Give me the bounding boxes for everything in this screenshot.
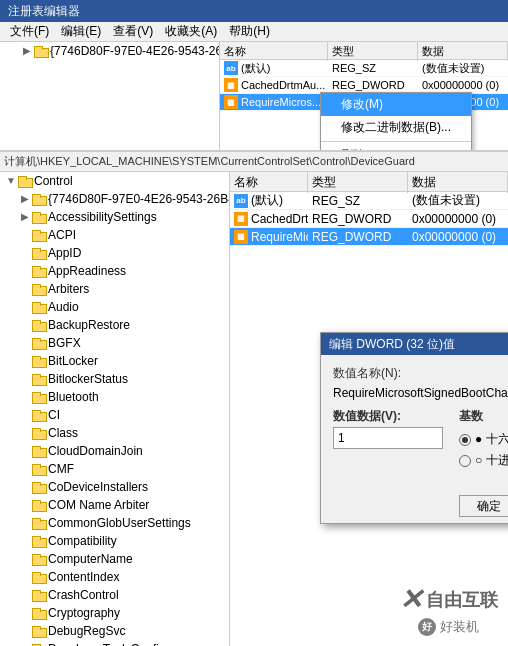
path-label: 计算机\HKEY_LOCAL_MACHINE\SYSTEM\CurrentCon… bbox=[4, 154, 415, 169]
top-reg-row-default[interactable]: ab (默认) REG_SZ (数值未设置) bbox=[220, 60, 508, 77]
tree-label: CMF bbox=[48, 462, 74, 476]
tree-item-commonglobuser[interactable]: CommonGlobUserSettings bbox=[0, 514, 229, 532]
folder-icon bbox=[32, 211, 46, 223]
dialog-base-label: 基数 bbox=[459, 408, 508, 425]
folder-icon bbox=[32, 481, 46, 493]
title-text: 注册表编辑器 bbox=[8, 3, 80, 20]
top-col-data: 数据 bbox=[418, 42, 508, 61]
tree-item-ci[interactable]: CI bbox=[0, 406, 229, 424]
menu-file[interactable]: 文件(F) bbox=[4, 23, 55, 40]
radio-hex[interactable]: ● 十六进制(H) bbox=[459, 431, 508, 448]
tree-item-guid[interactable]: ▶ {7746D80F-97E0-4E26-9543-26B41FC22F79} bbox=[0, 190, 229, 208]
folder-icon bbox=[32, 463, 46, 475]
tree-item-acpi[interactable]: ACPI bbox=[0, 226, 229, 244]
menu-view[interactable]: 查看(V) bbox=[107, 23, 159, 40]
menu-favorites[interactable]: 收藏夹(A) bbox=[159, 23, 223, 40]
tree-label: ContentIndex bbox=[48, 570, 119, 584]
tree-item-computername[interactable]: ComputerName bbox=[0, 550, 229, 568]
dialog-title: 编辑 DWORD (32 位)值 bbox=[321, 333, 508, 355]
tree-item-contentindex[interactable]: ContentIndex bbox=[0, 568, 229, 586]
tree-label: CI bbox=[48, 408, 60, 422]
top-cell-data-1: 0x00000000 (0) bbox=[418, 77, 508, 93]
tree-item-appreadiness[interactable]: AppReadiness bbox=[0, 262, 229, 280]
tree-item-class[interactable]: Class bbox=[0, 424, 229, 442]
menu-help[interactable]: 帮助(H) bbox=[223, 23, 276, 40]
top-cell-name-1: ▦ CachedDrtmAu... bbox=[220, 77, 328, 93]
tree-item-audio[interactable]: Audio bbox=[0, 298, 229, 316]
menu-edit[interactable]: 编辑(E) bbox=[55, 23, 107, 40]
expand-icon[interactable]: ▶ bbox=[18, 192, 32, 206]
tree-item-devtoolsconfig[interactable]: DeveloperToolsConfig bbox=[0, 640, 229, 646]
tree-item-cmf[interactable]: CMF bbox=[0, 460, 229, 478]
dialog-data-input[interactable] bbox=[333, 427, 443, 449]
folder-icon bbox=[32, 193, 46, 205]
folder-icon bbox=[32, 535, 46, 547]
top-tree-guid[interactable]: ▶ {7746D80F-97E0-4E26-9543-26B41FC22F79} bbox=[0, 42, 219, 60]
dialog-footer: 确定 取消 bbox=[321, 489, 508, 523]
tree-label: AppID bbox=[48, 246, 81, 260]
ab-icon-0: ab bbox=[224, 61, 238, 75]
tree-label: Compatibility bbox=[48, 534, 117, 548]
dialog-ok-button[interactable]: 确定 bbox=[459, 495, 508, 517]
ctx-item-modify[interactable]: 修改(M) bbox=[321, 93, 471, 116]
radio-hex-label: ● 十六进制(H) bbox=[475, 431, 508, 448]
tree-label: ACPI bbox=[48, 228, 76, 242]
context-menu: 修改(M) 修改二进制数据(B)... 删除(D) 重命名(R) bbox=[320, 92, 472, 152]
tree-item-bgfx[interactable]: BGFX bbox=[0, 334, 229, 352]
folder-icon bbox=[32, 499, 46, 511]
tree-item-accessibility[interactable]: ▶ AccessibilitySettings bbox=[0, 208, 229, 226]
tree-label: DebugRegSvc bbox=[48, 624, 125, 638]
dword-dialog: 编辑 DWORD (32 位)值 数值名称(N): RequireMicroso… bbox=[320, 332, 508, 524]
tree-label: AppReadiness bbox=[48, 264, 126, 278]
expand-icon[interactable]: ▼ bbox=[4, 174, 18, 188]
tree-item-appid[interactable]: AppID bbox=[0, 244, 229, 262]
folder-icon bbox=[32, 247, 46, 259]
radio-dec-label: ○ 十进制(D) bbox=[475, 452, 508, 469]
folder-icon bbox=[32, 445, 46, 457]
tree-item-bitlockerstatus[interactable]: BitlockerStatus bbox=[0, 370, 229, 388]
right-panel: 名称 类型 数据 ab (默认) REG_SZ (数值未设置) ▦ Cached… bbox=[230, 172, 508, 646]
expand-icon[interactable]: ▶ bbox=[18, 210, 32, 224]
ctx-item-delete[interactable]: 删除(D) bbox=[321, 144, 471, 152]
main-content: ▼ Control ▶ {7746D80F-97E0-4E26-9543-26B… bbox=[0, 172, 508, 646]
tree-item-crashcontrol[interactable]: CrashControl bbox=[0, 586, 229, 604]
folder-icon bbox=[32, 589, 46, 601]
tree-label: ComputerName bbox=[48, 552, 133, 566]
tree-label: CloudDomainJoin bbox=[48, 444, 143, 458]
tree-label: CommonGlobUserSettings bbox=[48, 516, 191, 530]
folder-icon bbox=[32, 517, 46, 529]
folder-icon bbox=[32, 625, 46, 637]
radio-dec-circle bbox=[459, 455, 471, 467]
tree-item-control[interactable]: ▼ Control bbox=[0, 172, 229, 190]
top-mini-right: 名称 类型 数据 ab (默认) REG_SZ (数值未设置) ▦ Cached… bbox=[220, 42, 508, 150]
tree-item-comname[interactable]: COM Name Arbiter bbox=[0, 496, 229, 514]
dialog-name-value: RequireMicrosoftSignedBootChain bbox=[333, 386, 508, 400]
tree-item-compatibility[interactable]: Compatibility bbox=[0, 532, 229, 550]
tree-item-debugregsvc[interactable]: DebugRegSvc bbox=[0, 622, 229, 640]
tree-label: BackupRestore bbox=[48, 318, 130, 332]
tree-item-arbiters[interactable]: Arbiters bbox=[0, 280, 229, 298]
folder-icon bbox=[34, 45, 48, 57]
left-panel: ▼ Control ▶ {7746D80F-97E0-4E26-9543-26B… bbox=[0, 172, 230, 646]
tree-label: Class bbox=[48, 426, 78, 440]
tree-item-backuprestore[interactable]: BackupRestore bbox=[0, 316, 229, 334]
tree-item-cryptography[interactable]: Cryptography bbox=[0, 604, 229, 622]
tree-label: Arbiters bbox=[48, 282, 89, 296]
folder-icon bbox=[32, 301, 46, 313]
top-mini-header: 名称 类型 数据 bbox=[220, 42, 508, 60]
radio-dec[interactable]: ○ 十进制(D) bbox=[459, 452, 508, 469]
folder-icon bbox=[32, 553, 46, 565]
tree-label: BGFX bbox=[48, 336, 81, 350]
tree-item-codeviceinstallers[interactable]: CoDeviceInstallers bbox=[0, 478, 229, 496]
folder-icon bbox=[32, 571, 46, 583]
tree-item-bitlocker[interactable]: BitLocker bbox=[0, 352, 229, 370]
tree-item-clouddomainjoin[interactable]: CloudDomainJoin bbox=[0, 442, 229, 460]
tree-label: DeveloperToolsConfig bbox=[48, 642, 165, 646]
folder-icon bbox=[32, 337, 46, 349]
tree-item-bluetooth[interactable]: Bluetooth bbox=[0, 388, 229, 406]
dialog-data-label: 数值数据(V): bbox=[333, 408, 443, 425]
path-bar: 计算机\HKEY_LOCAL_MACHINE\SYSTEM\CurrentCon… bbox=[0, 152, 508, 172]
ctx-item-modify-binary[interactable]: 修改二进制数据(B)... bbox=[321, 116, 471, 139]
top-cell-data-0: (数值未设置) bbox=[418, 60, 508, 76]
tree-label: BitLocker bbox=[48, 354, 98, 368]
